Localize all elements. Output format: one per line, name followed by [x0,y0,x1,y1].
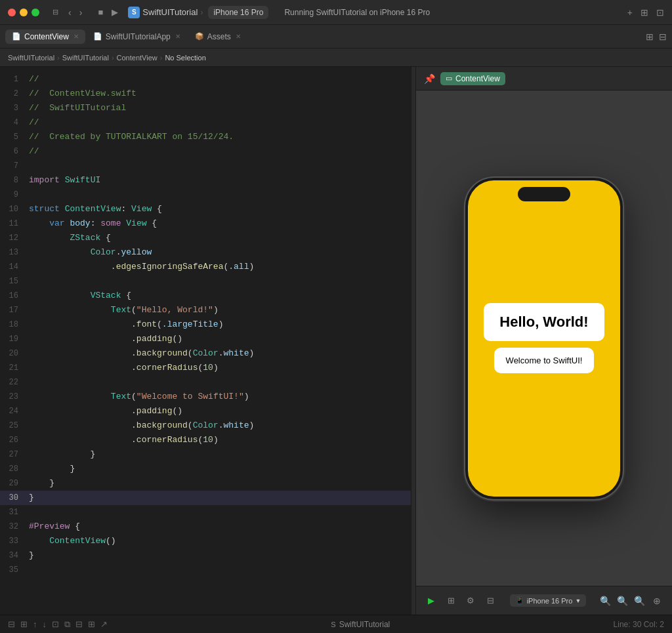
assets-icon: 📦 [195,32,204,41]
preview-bottom-bar: ▶ ⊞ ⚙ ⊟ 📱 iPhone 16 Pro ▼ 🔍 🔍 🔍 ⊕ [416,586,672,615]
phone-icon: 📱 [515,596,524,605]
breadcrumb-group[interactable]: SwiftUITutorial [62,54,109,62]
breadcrumb-sep1: › [200,8,203,17]
maximize-button[interactable] [32,9,39,16]
tab-close-assets[interactable]: ✕ [236,33,241,40]
code-line-22: 22 [0,375,411,390]
device-selector-header[interactable]: iPhone 16 Pro [208,6,268,19]
inspector-toggle[interactable]: ⊞ [640,7,648,18]
settings-button[interactable]: ⚙ [463,594,478,608]
status-app-name: SwiftUITutorial [339,620,390,629]
code-line-12: 12 ZStack { [0,231,411,245]
status-icon-2[interactable]: ⊞ [20,619,28,629]
code-line-21: 21 .cornerRadius(10) [0,361,411,375]
code-line-24: 24 .padding() [0,404,411,419]
phone-container: Hello, World! Welcome to SwiftUI! [416,91,672,586]
breadcrumb-selection: No Selection [165,54,205,62]
zoom-fit-button[interactable]: 🔍 [616,594,630,608]
code-line-4: 4 // [0,115,411,130]
code-line-10: 10 struct ContentView: View { [0,202,411,216]
code-line-32: 32 #Preview { [0,520,411,534]
status-icon-5[interactable]: ⊡ [52,619,59,629]
tab-swiftui-app-label: SwiftUITutorialApp [106,32,171,41]
device-selector-preview[interactable]: 📱 iPhone 16 Pro ▼ [510,594,587,607]
close-button[interactable] [8,9,16,16]
minimize-button[interactable] [20,9,28,16]
breadcrumb-sep-2: › [112,54,114,62]
status-position: Line: 30 Col: 2 [614,620,664,629]
code-line-15: 15 [0,274,411,289]
status-icon-7[interactable]: ⊟ [75,619,83,629]
code-line-13: 13 Color.yellow [0,245,411,260]
code-line-30: 30 } [0,491,411,505]
zoom-reset-button[interactable]: ⊕ [650,594,664,608]
status-icon-4[interactable]: ↓ [43,619,47,629]
inspect-button[interactable]: ⊞ [444,594,458,608]
phone-screen: Hello, World! Welcome to SwiftUI! [468,180,620,497]
grid-view-button[interactable]: ⊟ [659,31,667,42]
tab-swiftui-app[interactable]: 📄 SwiftUITutorialApp ✕ [87,30,187,44]
code-line-31: 31 [0,505,411,520]
zoom-controls: 🔍 🔍 🔍 ⊕ [598,594,664,608]
code-line-5: 5 // Created by TUTORIALKART on 15/12/24… [0,130,411,144]
nav-back-button[interactable]: ‹ [66,6,74,19]
code-line-18: 18 .font(.largeTitle) [0,317,411,332]
preview-title: ContentView [455,74,500,83]
breadcrumb: SwiftUITutorial › SwiftUITutorial › Cont… [0,49,672,67]
split-view-button[interactable]: ⊞ [646,31,654,42]
breadcrumb-sep-3: › [160,54,163,62]
tab-content-view[interactable]: 📄 ContentView ✕ [5,30,85,44]
preview-controls-left: ▶ ⊞ ⚙ ⊟ [424,594,497,608]
status-icon-1[interactable]: ⊟ [8,619,15,629]
main-content: 1 // 2 // ContentView.swift 3 // SwiftUI… [0,67,672,615]
zoom-out-button[interactable]: 🔍 [598,594,613,608]
breadcrumb-project[interactable]: SwiftUITutorial [8,54,54,62]
code-line-17: 17 Text("Hello, World!") [0,303,411,317]
code-line-20: 20 .background(Color.white) [0,346,411,361]
status-icon-9[interactable]: ↗ [100,619,108,629]
preview-name-badge: ▭ ContentView [440,72,505,85]
device-label-header: iPhone 16 Pro [213,8,263,17]
sidebar-toggle-icon[interactable]: ⊟ [50,7,60,18]
breadcrumb-file[interactable]: ContentView [117,54,158,62]
code-line-6: 6 // [0,144,411,159]
device-selector-label: iPhone 16 Pro [527,597,573,605]
status-icon-8[interactable]: ⊞ [88,619,95,629]
app-name: SwiftUITutorial [142,7,198,17]
nav-buttons: ‹ › [66,6,85,19]
tab-assets[interactable]: 📦 Assets ✕ [188,30,247,44]
code-line-35: 35 [0,563,411,577]
stop-button[interactable]: ■ [95,7,106,18]
nav-forward-button[interactable]: › [77,6,85,19]
status-left-controls: ⊟ ⊞ ↑ ↓ ⊡ ⧉ ⊟ ⊞ ↗ [8,619,108,630]
debug-button[interactable]: ⊟ [483,594,497,608]
statusbar: ⊟ ⊞ ↑ ↓ ⊡ ⧉ ⊟ ⊞ ↗ S SwiftUITutorial Line… [0,615,672,633]
status-icon-3[interactable]: ↑ [33,619,37,629]
code-line-33: 33 ContentView() [0,534,411,548]
code-line-2: 2 // ContentView.swift [0,87,411,101]
code-line-1: 1 // [0,72,411,87]
pin-button[interactable]: 📌 [424,73,435,84]
code-line-27: 27 } [0,447,411,462]
code-line-16: 16 VStack { [0,289,411,303]
panel-toggle[interactable]: ⊡ [656,7,664,18]
code-line-34: 34 } [0,548,411,563]
add-button[interactable]: + [627,7,633,18]
welcome-card: Welcome to SwiftUI! [494,348,595,373]
tabs-right-controls: ⊞ ⊟ [646,31,667,42]
code-editor[interactable]: 1 // 2 // ContentView.swift 3 // SwiftUI… [0,67,411,615]
breadcrumb-sep-1: › [57,54,60,62]
status-icon-6[interactable]: ⧉ [64,619,70,630]
play-button[interactable]: ▶ [424,594,438,608]
code-line-29: 29 } [0,476,411,491]
preview-panel: 📌 ▭ ContentView Hello, World! Welcome to… [416,67,672,615]
run-button[interactable]: ▶ [110,7,120,18]
tab-close-content-view[interactable]: ✕ [74,33,79,40]
zoom-in-button[interactable]: 🔍 [633,594,647,608]
code-line-7: 7 [0,159,411,173]
code-line-3: 3 // SwiftUITutorial [0,101,411,115]
hello-text: Hello, World! [499,314,588,330]
tab-close-swiftui-app[interactable]: ✕ [175,33,180,40]
code-line-14: 14 .edgesIgnoringSafeArea(.all) [0,260,411,274]
code-line-28: 28 } [0,462,411,476]
